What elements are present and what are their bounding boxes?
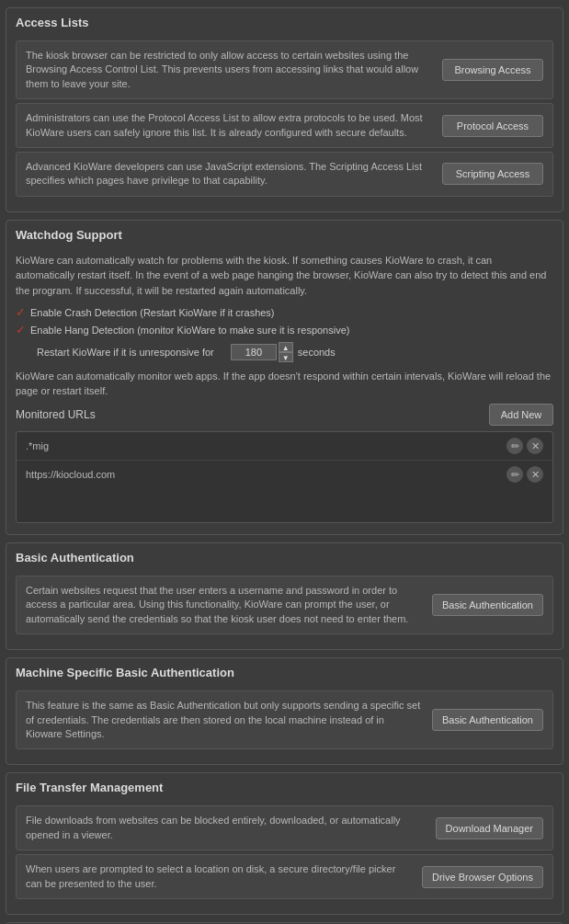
browsing-access-desc: The kiosk browser can be restricted to o… <box>26 49 433 91</box>
add-new-url-button[interactable]: Add New <box>489 404 553 426</box>
basic-auth-section: Basic Authentication Certain websites re… <box>6 542 563 650</box>
machine-specific-title: Machine Specific Basic Authentication <box>16 666 553 683</box>
download-manager-desc: File downloads from websites can be bloc… <box>26 814 427 842</box>
restart-label: Restart KioWare if it is unresponsive fo… <box>37 347 214 358</box>
crash-checkbox-icon[interactable]: ✓ <box>16 305 26 319</box>
file-transfer-title: File Transfer Management <box>16 781 553 798</box>
machine-specific-desc: This feature is the same as Basic Authen… <box>26 699 423 741</box>
monitored-urls-header: Monitored URLs Add New <box>16 404 553 426</box>
scripting-access-desc: Advanced KioWare developers can use Java… <box>26 160 433 188</box>
url-edit-0[interactable]: ✏ <box>506 438 523 454</box>
basic-auth-button[interactable]: Basic Authentication <box>432 594 543 616</box>
url-icons-0: ✏ ✕ <box>506 438 543 454</box>
scripting-access-row: Advanced KioWare developers can use Java… <box>16 152 553 197</box>
scripting-access-button[interactable]: Scripting Access <box>442 163 543 185</box>
drive-browser-row: When users are prompted to select a loca… <box>16 854 553 899</box>
basic-auth-title: Basic Authentication <box>16 551 553 568</box>
hang-checkbox-icon[interactable]: ✓ <box>16 323 26 337</box>
machine-specific-row: This feature is the same as Basic Authen… <box>16 690 553 749</box>
url-row-1: https://kiocloud.com ✏ ✕ <box>17 461 552 488</box>
url-delete-0[interactable]: ✕ <box>527 438 543 454</box>
drive-browser-button[interactable]: Drive Browser Options <box>422 866 543 888</box>
basic-auth-row: Certain websites request that the user e… <box>16 576 553 634</box>
browsing-access-button[interactable]: Browsing Access <box>442 59 543 81</box>
file-transfer-section: File Transfer Management File downloads … <box>6 772 563 915</box>
access-lists-title: Access Lists <box>16 16 553 33</box>
basic-auth-desc: Certain websites request that the user e… <box>26 584 423 626</box>
spinner-up[interactable]: ▲ <box>279 342 293 352</box>
drive-browser-desc: When users are prompted to select a loca… <box>26 862 413 891</box>
access-lists-section: Access Lists The kiosk browser can be re… <box>6 7 563 212</box>
url-row-0: .*mig ✏ ✕ <box>17 432 552 461</box>
url-value-0: .*mig <box>26 440 49 451</box>
protocol-access-row: Administrators can use the Protocol Acce… <box>16 103 553 148</box>
watchdog-desc: KioWare can automatically watch for prob… <box>16 253 553 299</box>
url-icons-1: ✏ ✕ <box>506 466 543 483</box>
monitored-urls-label: Monitored URLs <box>16 408 96 421</box>
restart-row: Restart KioWare if it is unresponsive fo… <box>32 342 553 362</box>
restart-spinner: ▲ ▼ <box>279 342 293 362</box>
download-manager-row: File downloads from websites can be bloc… <box>16 805 553 850</box>
browsing-access-row: The kiosk browser can be restricted to o… <box>16 40 553 99</box>
machine-specific-section: Machine Specific Basic Authentication Th… <box>6 657 563 765</box>
watchdog-section: Watchdog Support KioWare can automatical… <box>6 220 563 535</box>
url-value-1: https://kiocloud.com <box>26 469 115 480</box>
crash-detection-row: ✓ Enable Crash Detection (Restart KioWar… <box>16 305 553 319</box>
hang-detection-label: Enable Hang Detection (monitor KioWare t… <box>30 325 349 336</box>
spinner-down[interactable]: ▼ <box>279 352 293 362</box>
protocol-access-desc: Administrators can use the Protocol Acce… <box>26 111 433 140</box>
url-delete-1[interactable]: ✕ <box>527 466 543 483</box>
restart-value-input[interactable] <box>231 344 277 360</box>
url-list: .*mig ✏ ✕ https://kiocloud.com ✏ ✕ <box>16 431 553 523</box>
machine-specific-button[interactable]: Basic Authentication <box>432 709 543 731</box>
hang-detection-row: ✓ Enable Hang Detection (monitor KioWare… <box>16 323 553 337</box>
watchdog-title: Watchdog Support <box>16 228 553 245</box>
protocol-access-button[interactable]: Protocol Access <box>442 115 543 137</box>
monitor-desc: KioWare can automatically monitor web ap… <box>16 370 553 398</box>
url-edit-1[interactable]: ✏ <box>506 466 523 483</box>
download-manager-button[interactable]: Download Manager <box>436 817 543 839</box>
seconds-label: seconds <box>298 347 336 358</box>
crash-detection-label: Enable Crash Detection (Restart KioWare … <box>30 307 275 318</box>
